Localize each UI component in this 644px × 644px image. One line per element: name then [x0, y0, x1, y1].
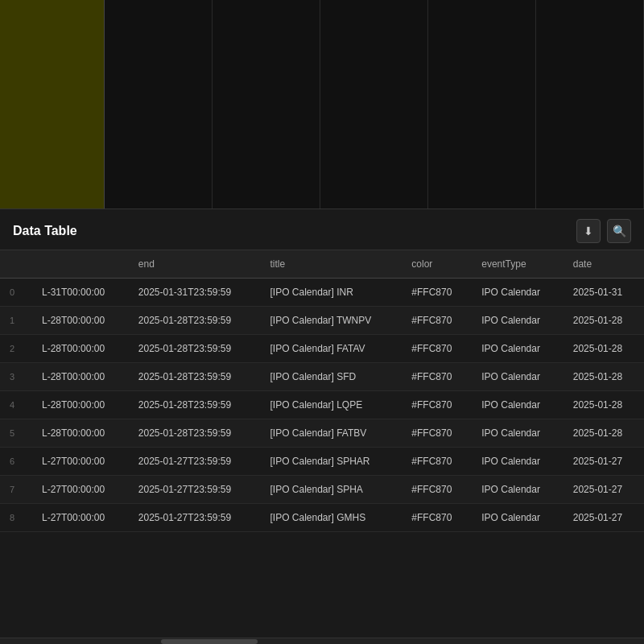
cell-end-1: 2025-01-28T23:59:59	[129, 307, 261, 335]
cell-end-3: 2025-01-28T23:59:59	[129, 363, 261, 391]
cell-start-1: L-28T00:00:00	[32, 307, 129, 335]
cell-date-6: 2025-01-27	[564, 448, 644, 476]
data-table-header: Data Table ⬇ 🔍	[0, 209, 644, 250]
cell-start-4: L-28T00:00:00	[32, 391, 129, 419]
cell-title-8: [IPO Calendar] GMHS	[260, 504, 402, 532]
col-header-date: date	[564, 250, 644, 279]
cell-row_num-0: 0	[0, 279, 32, 307]
cell-start-0: L-31T00:00:00	[32, 279, 129, 307]
cell-color-3: #FFC870	[402, 363, 472, 391]
cell-start-5: L-28T00:00:00	[32, 419, 129, 448]
cell-title-1: [IPO Calendar] TWNPV	[260, 307, 402, 335]
table-row: 1L-28T00:00:002025-01-28T23:59:59[IPO Ca…	[0, 307, 644, 335]
table-row: 2L-28T00:00:002025-01-28T23:59:59[IPO Ca…	[0, 335, 644, 363]
table-row: 5L-28T00:00:002025-01-28T23:59:59[IPO Ca…	[0, 419, 644, 448]
col-header-title: title	[260, 250, 402, 279]
cell-end-4: 2025-01-28T23:59:59	[129, 391, 261, 419]
col-header-color: color	[402, 250, 472, 279]
chart-col-4	[428, 0, 536, 208]
cell-row_num-1: 1	[0, 307, 32, 335]
cell-date-5: 2025-01-28	[564, 419, 644, 448]
chart-left-block	[0, 0, 105, 208]
cell-date-3: 2025-01-28	[564, 363, 644, 391]
cell-end-8: 2025-01-27T23:59:59	[129, 504, 261, 532]
cell-title-6: [IPO Calendar] SPHAR	[260, 448, 402, 476]
cell-eventType-8: IPO Calendar	[472, 504, 564, 532]
table-wrapper[interactable]: end title color eventType date 0L-31T00:…	[0, 250, 644, 638]
horizontal-scrollbar[interactable]	[0, 638, 644, 644]
cell-end-6: 2025-01-27T23:59:59	[129, 448, 261, 476]
cell-end-5: 2025-01-28T23:59:59	[129, 419, 261, 448]
cell-color-8: #FFC870	[402, 504, 472, 532]
chart-col-5	[536, 0, 644, 208]
table-row: 7L-27T00:00:002025-01-27T23:59:59[IPO Ca…	[0, 476, 644, 504]
download-button[interactable]: ⬇	[576, 219, 601, 243]
cell-title-5: [IPO Calendar] FATBV	[260, 419, 402, 448]
cell-eventType-4: IPO Calendar	[472, 391, 564, 419]
cell-date-8: 2025-01-27	[564, 504, 644, 532]
data-table-actions: ⬇ 🔍	[576, 219, 631, 243]
cell-row_num-4: 4	[0, 391, 32, 419]
table-header-row: end title color eventType date	[0, 250, 644, 279]
table-row: 3L-28T00:00:002025-01-28T23:59:59[IPO Ca…	[0, 363, 644, 391]
chart-col-3	[320, 0, 428, 208]
cell-color-0: #FFC870	[402, 279, 472, 307]
cell-end-2: 2025-01-28T23:59:59	[129, 335, 261, 363]
cell-color-1: #FFC870	[402, 307, 472, 335]
table-row: 6L-27T00:00:002025-01-27T23:59:59[IPO Ca…	[0, 448, 644, 476]
table-row: 4L-28T00:00:002025-01-28T23:59:59[IPO Ca…	[0, 391, 644, 419]
chart-col-1	[105, 0, 213, 208]
cell-start-7: L-27T00:00:00	[32, 476, 129, 504]
cell-eventType-6: IPO Calendar	[472, 448, 564, 476]
data-table-title: Data Table	[13, 224, 77, 238]
cell-color-7: #FFC870	[402, 476, 472, 504]
cell-end-7: 2025-01-27T23:59:59	[129, 476, 261, 504]
cell-eventType-3: IPO Calendar	[472, 363, 564, 391]
cell-start-6: L-27T00:00:00	[32, 448, 129, 476]
cell-date-2: 2025-01-28	[564, 335, 644, 363]
cell-title-7: [IPO Calendar] SPHA	[260, 476, 402, 504]
cell-start-8: L-27T00:00:00	[32, 504, 129, 532]
cell-row_num-3: 3	[0, 363, 32, 391]
cell-start-2: L-28T00:00:00	[32, 335, 129, 363]
cell-title-0: [IPO Calendar] INR	[260, 279, 402, 307]
cell-eventType-7: IPO Calendar	[472, 476, 564, 504]
cell-row_num-7: 7	[0, 476, 32, 504]
col-header-rownum	[0, 250, 32, 279]
col-header-eventtype: eventType	[472, 250, 564, 279]
cell-end-0: 2025-01-31T23:59:59	[129, 279, 261, 307]
cell-date-7: 2025-01-27	[564, 476, 644, 504]
cell-title-2: [IPO Calendar] FATAV	[260, 335, 402, 363]
cell-start-3: L-28T00:00:00	[32, 363, 129, 391]
cell-color-2: #FFC870	[402, 335, 472, 363]
table-row: 8L-27T00:00:002025-01-27T23:59:59[IPO Ca…	[0, 504, 644, 532]
cell-date-0: 2025-01-31	[564, 279, 644, 307]
col-header-end: end	[129, 250, 261, 279]
data-table-section: Data Table ⬇ 🔍 end title color eventType…	[0, 209, 644, 644]
cell-row_num-6: 6	[0, 448, 32, 476]
cell-eventType-5: IPO Calendar	[472, 419, 564, 448]
cell-row_num-2: 2	[0, 335, 32, 363]
scrollbar-thumb[interactable]	[161, 639, 258, 644]
col-header-start	[32, 250, 129, 279]
cell-date-4: 2025-01-28	[564, 391, 644, 419]
cell-title-3: [IPO Calendar] SFD	[260, 363, 402, 391]
cell-date-1: 2025-01-28	[564, 307, 644, 335]
table-row: 0L-31T00:00:002025-01-31T23:59:59[IPO Ca…	[0, 279, 644, 307]
cell-eventType-0: IPO Calendar	[472, 279, 564, 307]
cell-color-5: #FFC870	[402, 419, 472, 448]
data-table: end title color eventType date 0L-31T00:…	[0, 250, 644, 532]
chart-col-2	[213, 0, 320, 208]
chart-area	[0, 0, 644, 209]
cell-row_num-5: 5	[0, 419, 32, 448]
search-button[interactable]: 🔍	[607, 219, 631, 243]
cell-color-4: #FFC870	[402, 391, 472, 419]
cell-color-6: #FFC870	[402, 448, 472, 476]
cell-eventType-1: IPO Calendar	[472, 307, 564, 335]
cell-title-4: [IPO Calendar] LQPE	[260, 391, 402, 419]
cell-eventType-2: IPO Calendar	[472, 335, 564, 363]
cell-row_num-8: 8	[0, 504, 32, 532]
